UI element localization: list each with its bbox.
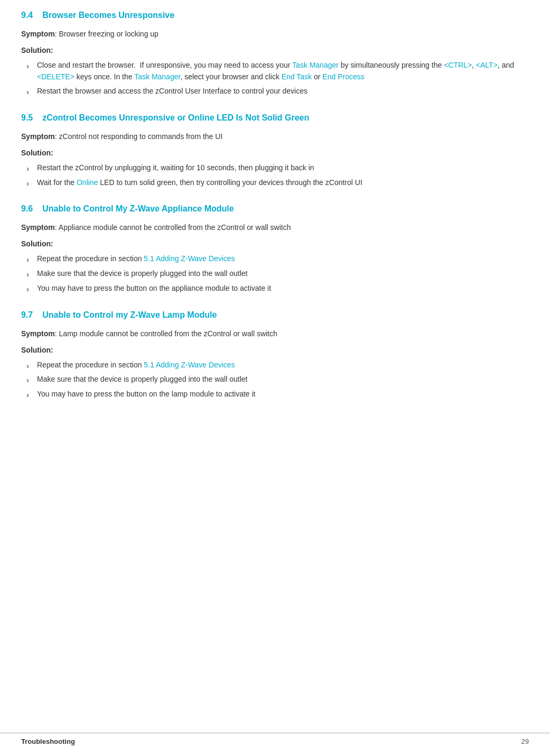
section-9-5: 9.5 zControl Becomes Unresponsive or Onl… bbox=[21, 113, 529, 188]
section-9-5-bullets: Restart the zControl by unplugging it, w… bbox=[21, 162, 529, 188]
section-9-4-bullets: Close and restart the browser. If unresp… bbox=[21, 60, 529, 97]
list-item: Restart the zControl by unplugging it, w… bbox=[21, 162, 529, 174]
symptom-label: Symptom bbox=[21, 132, 55, 141]
adding-zwave-link-1[interactable]: 5.1 Adding Z-Wave Devices bbox=[144, 254, 235, 263]
section-9-6-title: Unable to Control My Z-Wave Appliance Mo… bbox=[42, 204, 234, 214]
section-9-6-symptom: Symptom: Appliance module cannot be cont… bbox=[21, 222, 529, 233]
section-9-7-title: Unable to Control my Z-Wave Lamp Module bbox=[42, 310, 217, 320]
section-9-5-symptom: Symptom: zControl not responding to comm… bbox=[21, 131, 529, 142]
section-9-7-heading: 9.7 Unable to Control my Z-Wave Lamp Mod… bbox=[21, 310, 529, 320]
section-9-4-title: Browser Becomes Unresponsive bbox=[42, 11, 174, 20]
section-9-4-symptom: Symptom: Browser freezing or locking up bbox=[21, 29, 529, 40]
list-item: You may have to press the button on the … bbox=[21, 283, 529, 294]
solution-label: Solution: bbox=[21, 149, 529, 157]
section-9-5-heading: 9.5 zControl Becomes Unresponsive or Onl… bbox=[21, 113, 529, 123]
section-9-7-bullets: Repeat the procedure in section 5.1 Addi… bbox=[21, 359, 529, 400]
section-9-4-number: 9.4 bbox=[21, 11, 33, 20]
task-manager-link-2[interactable]: Task Manager bbox=[134, 72, 180, 81]
section-9-5-number: 9.5 bbox=[21, 113, 33, 123]
delete-code: <DELETE> bbox=[37, 72, 74, 81]
list-item: Restart the browser and access the zCont… bbox=[21, 86, 529, 97]
section-9-6-heading: 9.6 Unable to Control My Z-Wave Applianc… bbox=[21, 204, 529, 214]
section-9-6-number: 9.6 bbox=[21, 204, 33, 214]
section-9-5-title: zControl Becomes Unresponsive or Online … bbox=[42, 113, 309, 123]
solution-label: Solution: bbox=[21, 239, 529, 248]
adding-zwave-link-2[interactable]: 5.1 Adding Z-Wave Devices bbox=[144, 361, 235, 369]
section-9-6: 9.6 Unable to Control My Z-Wave Applianc… bbox=[21, 204, 529, 294]
list-item: Repeat the procedure in section 5.1 Addi… bbox=[21, 359, 529, 371]
solution-label: Solution: bbox=[21, 46, 529, 54]
symptom-label: Symptom bbox=[21, 30, 55, 38]
section-9-4-heading: 9.4 Browser Becomes Unresponsive bbox=[21, 11, 529, 20]
end-process-link[interactable]: End Process bbox=[322, 72, 364, 81]
list-item: Close and restart the browser. If unresp… bbox=[21, 60, 529, 82]
alt-code: <ALT> bbox=[476, 61, 498, 69]
section-9-6-bullets: Repeat the procedure in section 5.1 Addi… bbox=[21, 253, 529, 294]
section-9-7-number: 9.7 bbox=[21, 310, 33, 320]
list-item: Repeat the procedure in section 5.1 Addi… bbox=[21, 253, 529, 265]
symptom-label: Symptom bbox=[21, 223, 55, 232]
section-9-7: 9.7 Unable to Control my Z-Wave Lamp Mod… bbox=[21, 310, 529, 400]
ctrl-code: <CTRL> bbox=[444, 61, 472, 69]
task-manager-link-1[interactable]: Task Manager bbox=[292, 61, 339, 69]
section-9-4: 9.4 Browser Becomes Unresponsive Symptom… bbox=[21, 11, 529, 97]
list-item: Make sure that the device is properly pl… bbox=[21, 374, 529, 385]
symptom-label: Symptom bbox=[21, 329, 55, 338]
page-footer: Troubleshooting 29 bbox=[0, 733, 550, 745]
end-task-link[interactable]: End Task bbox=[282, 72, 312, 81]
list-item: You may have to press the button on the … bbox=[21, 389, 529, 400]
page-number: 29 bbox=[521, 737, 529, 745]
list-item: Make sure that the device is properly pl… bbox=[21, 268, 529, 280]
online-led-link[interactable]: Online bbox=[77, 178, 98, 187]
list-item: Wait for the Online LED to turn solid gr… bbox=[21, 177, 529, 189]
solution-label: Solution: bbox=[21, 346, 529, 354]
footer-section-label: Troubleshooting bbox=[21, 737, 75, 745]
section-9-7-symptom: Symptom: Lamp module cannot be controlle… bbox=[21, 328, 529, 339]
